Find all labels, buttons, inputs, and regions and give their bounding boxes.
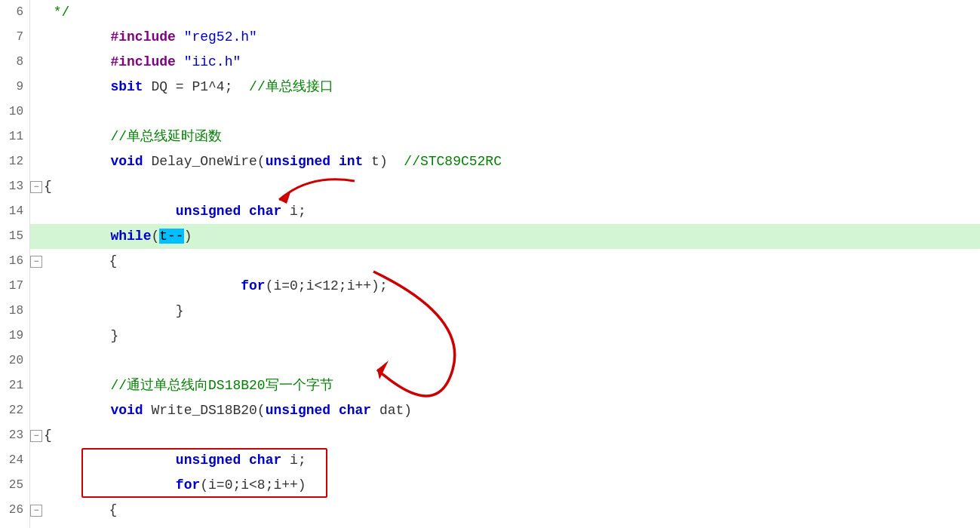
token — [45, 477, 176, 493]
line-number: 10 — [0, 100, 23, 124]
token: } — [110, 328, 118, 343]
code-container: 6789101112131415161718192021222324252627… — [0, 0, 980, 528]
code-area[interactable]: */ #include "reg52.h" #include "iic.h" s… — [30, 0, 980, 528]
code-tokens: unsigned char i; — [45, 448, 306, 473]
code-line: unsigned char i; — [30, 448, 980, 473]
token: ( — [151, 229, 159, 244]
token: unsigned — [266, 403, 330, 418]
token: void — [110, 403, 143, 418]
code-tokens: { — [44, 498, 117, 523]
token: { — [109, 502, 117, 517]
token — [45, 154, 110, 169]
code-tokens: } — [45, 324, 118, 348]
fold-icon[interactable]: − — [30, 430, 42, 442]
code-line: #include "iic.h" — [30, 50, 980, 75]
token: (i=0;i<12;i++); — [266, 278, 388, 293]
code-line: − { — [30, 498, 980, 523]
code-tokens: while(t--) — [45, 224, 192, 249]
code-line: } — [30, 299, 980, 324]
line-number: 20 — [0, 348, 23, 373]
token: int — [339, 154, 363, 169]
token: i; — [281, 453, 306, 468]
token: void — [110, 154, 143, 169]
code-line: DQ = 0; — [30, 523, 980, 528]
token: //单总线延时函数 — [110, 129, 222, 144]
code-line — [30, 348, 980, 373]
code-tokens: //单总线延时函数 — [45, 124, 222, 149]
code-line: sbit DQ = P1^4; //单总线接口 — [30, 75, 980, 100]
code-tokens: #include "iic.h" — [45, 50, 241, 75]
token: while — [110, 229, 151, 244]
token: for — [241, 278, 265, 293]
token: char — [249, 453, 281, 468]
code-line: unsigned char i; — [30, 199, 980, 224]
token — [45, 328, 110, 343]
code-tokens: { — [44, 174, 52, 199]
code-tokens: unsigned char i; — [45, 199, 306, 224]
token — [44, 253, 109, 269]
line-number: 12 — [0, 149, 23, 174]
token: //STC89C52RC — [404, 154, 502, 169]
line-number: 25 — [0, 473, 23, 498]
token — [45, 303, 176, 318]
code-line: while(t--) — [30, 224, 980, 249]
line-number: 16 — [0, 249, 23, 274]
token: (i=0;i<8;i++) — [200, 477, 306, 493]
code-line: //单总线延时函数 — [30, 124, 980, 149]
code-tokens: for(i=0;i<12;i++); — [45, 274, 388, 299]
line-number: 11 — [0, 124, 23, 149]
token: char — [249, 204, 281, 219]
code-tokens: #include "reg52.h" — [45, 25, 257, 50]
code-line: void Write_DS18B20(unsigned char dat) — [30, 398, 980, 423]
token — [241, 204, 249, 219]
line-number: 24 — [0, 448, 23, 473]
token: "iic.h" — [176, 54, 241, 69]
token — [45, 129, 110, 144]
token: { — [109, 253, 117, 269]
code-line: −{ — [30, 174, 980, 199]
code-tokens: { — [44, 423, 52, 448]
line-number: 13 — [0, 174, 23, 199]
code-tokens: void Delay_OneWire(unsigned int t) //STC… — [45, 149, 502, 174]
token — [45, 79, 110, 94]
token — [45, 54, 110, 69]
code-tokens: DQ = 0; — [45, 523, 363, 528]
line-number: 26 — [0, 498, 23, 523]
token: Write_DS18B20( — [143, 403, 266, 418]
token: Delay_OneWire( — [143, 154, 266, 169]
line-number: 22 — [0, 398, 23, 423]
line-number: 9 — [0, 75, 23, 100]
fold-icon[interactable]: − — [30, 256, 42, 268]
token: dat) — [371, 403, 412, 418]
token: #include — [110, 29, 175, 45]
line-number: 15 — [0, 224, 23, 249]
code-line: − { — [30, 249, 980, 274]
token: unsigned — [176, 453, 241, 468]
code-tokens: void Write_DS18B20(unsigned char dat) — [45, 398, 412, 423]
code-tokens: */ — [45, 0, 69, 25]
line-number: 23 — [0, 423, 23, 448]
token: sbit — [110, 79, 143, 94]
code-line: */ — [30, 0, 980, 25]
code-line: for(i=0;i<12;i++); — [30, 274, 980, 299]
token: } — [176, 303, 184, 318]
token: char — [339, 403, 371, 418]
token: unsigned — [266, 154, 330, 169]
token: DQ = P1^4; — [143, 79, 249, 94]
token — [44, 502, 109, 517]
code-line: //通过单总线向DS18B20写一个字节 — [30, 373, 980, 398]
token — [45, 229, 110, 244]
code-line: for(i=0;i<8;i++) — [30, 473, 980, 498]
line-number: 27 — [0, 523, 23, 528]
line-number: 6 — [0, 0, 23, 25]
fold-icon[interactable]: − — [30, 505, 42, 517]
token: unsigned — [176, 204, 241, 219]
code-tokens: sbit DQ = P1^4; //单总线接口 — [45, 75, 333, 100]
token: ) — [184, 229, 192, 244]
code-line: } — [30, 324, 980, 348]
line-number: 21 — [0, 373, 23, 398]
code-line: void Delay_OneWire(unsigned int t) //STC… — [30, 149, 980, 174]
line-numbers: 6789101112131415161718192021222324252627 — [0, 0, 30, 528]
fold-icon[interactable]: − — [30, 181, 42, 193]
token: { — [44, 428, 52, 443]
